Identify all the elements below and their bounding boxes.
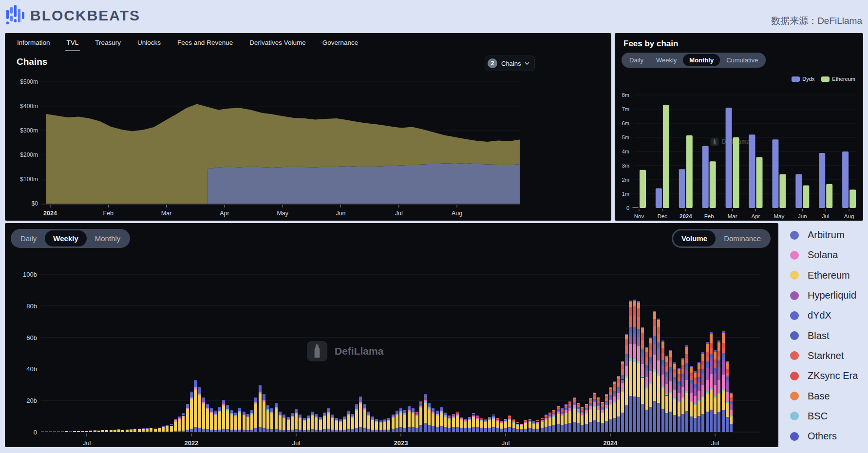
fees-toggle-weekly[interactable]: Weekly xyxy=(650,54,683,66)
legend-item-bsc[interactable]: BSC xyxy=(783,406,868,426)
volume-bar-segment-solana xyxy=(536,422,539,423)
volume-bar-segment-others xyxy=(472,413,475,414)
volume-bar-segment-blast xyxy=(665,372,668,375)
volume-bar-segment-solana xyxy=(383,421,386,422)
tab-tvl[interactable]: TVL xyxy=(58,39,87,51)
volume-bar-segment-zksync-era xyxy=(573,399,576,400)
volume-bar-segment-zksync-era xyxy=(633,306,636,315)
volume-bar-segment-zksync-era xyxy=(444,413,447,414)
volume-bar-segment-others xyxy=(605,394,608,395)
volume-bar-segment-blast xyxy=(577,407,580,408)
volume-bar-segment-base xyxy=(585,404,588,405)
volume-bar-segment-ethereum xyxy=(541,422,544,428)
volume-bar-segment-others xyxy=(444,413,447,413)
mode-toggle-dominance[interactable]: Dominance xyxy=(716,230,769,246)
volume-bar-segment-solana xyxy=(327,412,330,413)
volume-bar-segment-ethereum xyxy=(339,422,342,430)
volume-bar-segment-starknet xyxy=(541,419,544,419)
volume-toggle-weekly[interactable]: Weekly xyxy=(45,230,86,246)
volume-bar-segment-dydx xyxy=(649,361,652,364)
legend-item-dydx[interactable]: dYdX xyxy=(783,305,868,325)
legend-item-hyperliquid[interactable]: Hyperliquid xyxy=(783,285,868,305)
legend-item-starknet[interactable]: Starknet xyxy=(783,346,868,366)
volume-bar-segment-starknet xyxy=(545,416,547,416)
fees-toggle-daily[interactable]: Daily xyxy=(623,54,650,66)
volume-bar-segment-dydx xyxy=(548,415,551,416)
tab-information[interactable]: Information xyxy=(9,39,58,51)
volume-bar-segment-arbitrum xyxy=(468,428,471,432)
volume-bar-segment-ethereum xyxy=(65,431,68,432)
volume-bar-segment-arbitrum xyxy=(170,432,173,432)
volume-bar-segment-ethereum xyxy=(678,402,680,416)
volume-bar-segment-zksync-era xyxy=(701,361,704,365)
volume-bar-segment-base xyxy=(545,415,547,415)
legend-item-base[interactable]: Base xyxy=(783,386,868,406)
mode-toggle-volume[interactable]: Volume xyxy=(673,230,716,246)
volume-bar-segment-arbitrum xyxy=(222,429,225,432)
volume-bar-segment-ethereum xyxy=(97,431,100,432)
volume-bar-segment-solana xyxy=(178,418,181,419)
blockbeats-logo[interactable]: BLOCKBEATS xyxy=(6,4,140,27)
legend-item-solana[interactable]: Solana xyxy=(783,245,868,265)
fees-toggle-cumulative[interactable]: Cumulative xyxy=(720,54,764,66)
volume-toggle-daily[interactable]: Daily xyxy=(12,230,45,246)
volume-bar-segment-ethereum xyxy=(371,420,374,430)
tvl-tab-bar: Information TVL Treasury Unlocks Fees an… xyxy=(5,33,611,51)
volume-bar-segment-bsc xyxy=(178,419,181,419)
volume-bar-segment-arbitrum xyxy=(444,427,447,432)
volume-bar-segment-solana xyxy=(545,418,547,419)
volume-bar-segment-solana xyxy=(440,411,443,412)
volume-bar-segment-solana xyxy=(488,419,491,420)
volume-bar-segment-others xyxy=(589,398,592,398)
volume-bar-segment-arbitrum xyxy=(432,426,434,432)
volume-bar-segment-solana xyxy=(194,387,197,389)
tab-derivatives-volume[interactable]: Derivatives Volume xyxy=(241,39,314,51)
legend-item-arbitrum[interactable]: Arbitrum xyxy=(783,225,868,245)
legend-item-ethereum[interactable]: Ethereum xyxy=(783,265,868,285)
volume-bar-segment-others xyxy=(726,361,729,362)
volume-bar-segment-dydx xyxy=(270,409,273,412)
volume-bar-segment-arbitrum xyxy=(661,409,664,432)
volume-toggle-monthly[interactable]: Monthly xyxy=(87,230,129,246)
volume-bar-segment-ethereum xyxy=(214,415,217,430)
legend-item-blast[interactable]: Blast xyxy=(783,325,868,345)
volume-bar-segment-ethereum xyxy=(266,411,269,429)
volume-bar-segment-ethereum xyxy=(311,416,314,429)
y-axis-label: 20b xyxy=(26,397,37,404)
volume-bar-segment-dydx xyxy=(283,415,285,417)
volume-bar-segment-blast xyxy=(673,377,676,380)
volume-bar-segment-others xyxy=(359,396,362,398)
volume-bar-segment-hyperliquid xyxy=(710,360,713,374)
volume-bar-segment-zksync-era xyxy=(690,373,693,376)
volume-bar-segment-others xyxy=(706,342,709,344)
volume-bar-segment-hyperliquid xyxy=(681,378,684,387)
volume-stacked-bar-chart[interactable]: 020b40b60b80b100bJul2022Jul2023Jul2024Ju… xyxy=(5,223,778,447)
volume-bar-segment-dydx xyxy=(295,410,298,413)
volume-bar-segment-hyperliquid xyxy=(730,404,733,410)
volume-bar-segment-bsc xyxy=(210,413,213,413)
volume-bar-segment-others xyxy=(331,415,334,415)
tab-governance[interactable]: Governance xyxy=(314,39,367,51)
fees-toggle-monthly[interactable]: Monthly xyxy=(683,54,720,66)
tab-treasury[interactable]: Treasury xyxy=(87,39,129,51)
chains-dropdown[interactable]: 2 Chains xyxy=(485,56,535,71)
volume-bar-segment-ethereum xyxy=(146,429,149,432)
volume-bar-segment-solana xyxy=(637,346,640,361)
volume-bar-segment-others xyxy=(194,380,197,381)
volume-bar-segment-dydx xyxy=(182,414,185,415)
volume-bar-segment-others xyxy=(661,340,664,342)
legend-item-others[interactable]: Others xyxy=(783,426,868,446)
volume-bar-segment-arbitrum xyxy=(512,428,515,432)
volume-bar-segment-starknet xyxy=(492,416,495,416)
tab-fees-and-revenue[interactable]: Fees and Revenue xyxy=(169,39,241,51)
volume-bar-segment-ethereum xyxy=(110,430,113,432)
volume-bar-segment-arbitrum xyxy=(210,430,213,432)
volume-bar-segment-base xyxy=(577,403,580,404)
y-axis-label: 80b xyxy=(26,302,37,310)
volume-bar-segment-arbitrum xyxy=(645,410,648,432)
tab-unlocks[interactable]: Unlocks xyxy=(129,39,169,51)
volume-bar-segment-hyperliquid xyxy=(714,374,717,385)
volume-bar-segment-dydx xyxy=(730,403,733,404)
legend-item-zksync-era[interactable]: ZKsync Era xyxy=(783,366,868,386)
volume-bar-segment-dydx xyxy=(303,418,306,420)
